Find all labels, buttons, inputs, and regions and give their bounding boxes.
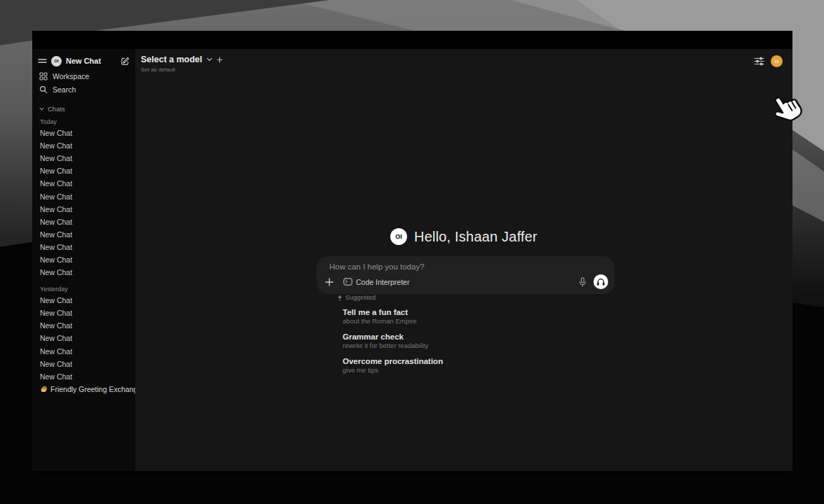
suggestion-item[interactable]: Tell me a fun fact about the Roman Empir… (343, 307, 443, 326)
app-window: OI New Chat Workspace Search (32, 31, 792, 471)
model-selector-label: Select a model (141, 55, 202, 64)
sidebar: OI New Chat Workspace Search (32, 49, 135, 471)
named-chat-label: Friendly Greeting Exchange (50, 385, 142, 393)
main-area: Select a model Set as default IJ OI (135, 49, 792, 471)
new-chat-icon[interactable] (121, 57, 130, 66)
suggestion-title: Tell me a fun fact (343, 307, 443, 317)
chat-list-item[interactable]: New Chat (38, 253, 130, 266)
set-default-link[interactable]: Set as default (141, 66, 223, 73)
headphones-icon (596, 278, 605, 286)
voice-call-button[interactable] (593, 274, 608, 289)
suggestion-list: Tell me a fun fact about the Roman Empir… (337, 307, 443, 374)
section-label-yesterday: Yesterday (38, 284, 130, 294)
waving-hand-icon (40, 385, 48, 393)
chat-list-item[interactable]: New Chat (38, 370, 130, 383)
sidebar-item-search[interactable]: Search (38, 83, 130, 96)
chat-list-item[interactable]: New Chat (38, 358, 130, 370)
add-model-icon[interactable] (217, 57, 223, 63)
greeting-block: OI Hello, Ishaan Jaffer (135, 228, 792, 245)
chat-list-item[interactable]: New Chat (38, 319, 130, 332)
chat-list-item[interactable]: New Chat (38, 241, 130, 253)
message-input-box[interactable]: How can I help you today? Code Interpret… (317, 256, 614, 294)
chat-list-item[interactable]: New Chat (38, 152, 130, 164)
suggestion-item[interactable]: Grammar check rewrite it for better read… (343, 332, 443, 350)
chat-list-item[interactable]: New Chat (38, 307, 130, 319)
chat-list-item[interactable]: New Chat (38, 266, 130, 279)
suggestion-title: Grammar check (343, 332, 443, 342)
search-icon (39, 85, 48, 94)
chevron-down-icon (39, 107, 44, 111)
attach-plus-icon[interactable] (325, 278, 334, 286)
suggestion-subtitle: about the Roman Empire (343, 317, 443, 326)
sparkle-icon (337, 295, 343, 301)
chat-list-item[interactable]: New Chat (38, 139, 130, 152)
chat-list-item[interactable]: New Chat (38, 127, 130, 139)
chat-list-item-named[interactable]: Friendly Greeting Exchange (38, 383, 130, 396)
sidebar-title: New Chat (66, 57, 116, 65)
microphone-icon[interactable] (579, 277, 586, 287)
suggested-label: Suggested (345, 294, 376, 301)
greeting-text: Hello, Ishaan Jaffer (414, 229, 537, 245)
chat-list-item[interactable]: New Chat (38, 177, 130, 190)
sidebar-item-workspace[interactable]: Workspace (38, 69, 130, 83)
message-input-placeholder: How can I help you today? (325, 262, 606, 271)
chat-list-today: New ChatNew ChatNew ChatNew ChatNew Chat… (38, 127, 130, 279)
chat-list-item[interactable]: New Chat (38, 228, 130, 241)
chat-list-item[interactable]: New Chat (38, 345, 130, 358)
terminal-icon (343, 278, 352, 286)
chat-list-item[interactable]: New Chat (38, 203, 130, 216)
sidebar-toggle-icon[interactable] (38, 57, 47, 64)
code-interpreter-label: Code Interpreter (356, 278, 409, 286)
search-label: Search (53, 85, 76, 94)
suggestion-subtitle: rewrite it for better readability (343, 342, 443, 350)
chat-list-item[interactable]: New Chat (38, 216, 130, 228)
chats-header-label: Chats (48, 105, 65, 113)
code-interpreter-toggle[interactable]: Code Interpreter (343, 278, 409, 286)
section-label-today: Today (38, 117, 130, 127)
window-top-strip (32, 31, 792, 49)
app-logo: OI (390, 228, 407, 245)
workspace-grid-icon (39, 72, 48, 80)
model-selector[interactable]: Select a model (141, 55, 223, 64)
suggestion-title: Overcome procrastination (343, 356, 443, 366)
chat-list-yesterday: New ChatNew ChatNew ChatNew ChatNew Chat… (38, 294, 130, 383)
chat-list-item[interactable]: New Chat (38, 332, 130, 344)
suggestion-item[interactable]: Overcome procrastination give me tips (343, 356, 443, 374)
brand-logo: OI (51, 56, 62, 66)
user-avatar[interactable]: IJ (771, 55, 783, 67)
suggestion-subtitle: give me tips (343, 366, 443, 374)
chevron-down-icon (207, 57, 212, 62)
chat-list-item[interactable]: New Chat (38, 294, 130, 307)
suggested-section: Suggested Tell me a fun fact about the R… (337, 294, 443, 381)
workspace-label: Workspace (53, 72, 89, 80)
chat-list-item[interactable]: New Chat (38, 190, 130, 202)
chat-list-item[interactable]: New Chat (38, 164, 130, 177)
settings-sliders-icon[interactable] (754, 57, 764, 66)
chats-section-header[interactable]: Chats (38, 104, 130, 114)
